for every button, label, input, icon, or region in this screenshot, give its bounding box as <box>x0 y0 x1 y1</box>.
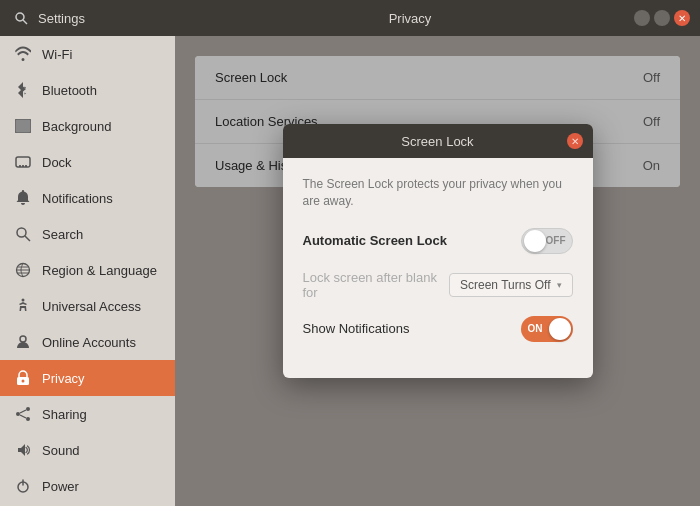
sidebar-item-sound[interactable]: Sound <box>0 432 175 468</box>
bluetooth-icon <box>14 81 32 99</box>
sidebar-item-label: Sound <box>42 443 80 458</box>
sidebar-item-label: Dock <box>42 155 72 170</box>
lock-after-row: Lock screen after blank for Screen Turns… <box>303 270 573 300</box>
dock-icon <box>14 153 32 171</box>
sidebar-item-label: Region & Language <box>42 263 157 278</box>
sidebar-item-label: Power <box>42 479 79 494</box>
sidebar-item-label: Notifications <box>42 191 113 206</box>
content-area: Screen Lock Off Location Services Off Us… <box>175 36 700 506</box>
sidebar-item-label: Universal Access <box>42 299 141 314</box>
svg-line-18 <box>20 410 26 413</box>
automatic-screen-lock-row: Automatic Screen Lock OFF <box>303 228 573 254</box>
sidebar-item-label: Online Accounts <box>42 335 136 350</box>
titlebar-controls: ✕ <box>630 10 690 26</box>
toggle-on-label: ON <box>528 323 543 334</box>
svg-line-9 <box>25 236 30 241</box>
lock-after-label: Lock screen after blank for <box>303 270 450 300</box>
chevron-down-icon: ▾ <box>557 280 562 290</box>
dialog-close-button[interactable]: ✕ <box>567 133 583 149</box>
sidebar-item-search[interactable]: Search <box>0 216 175 252</box>
svg-point-0 <box>16 13 24 21</box>
sidebar-item-privacy[interactable]: Privacy <box>0 360 175 396</box>
sidebar-item-universal[interactable]: Universal Access <box>0 288 175 324</box>
power-icon <box>14 477 32 495</box>
maximize-button[interactable] <box>654 10 670 26</box>
svg-point-11 <box>22 299 25 302</box>
dialog-titlebar: Screen Lock ✕ <box>283 124 593 158</box>
lock-after-dropdown[interactable]: Screen Turns Off ▾ <box>449 273 573 297</box>
titlebar-left: Settings <box>10 7 190 29</box>
dialog-title: Screen Lock <box>293 134 583 149</box>
main-layout: Wi-Fi Bluetooth Background Dock Notifica… <box>0 36 700 506</box>
sidebar-item-bluetooth[interactable]: Bluetooth <box>0 72 175 108</box>
notifications-icon <box>14 189 32 207</box>
sidebar-item-wifi[interactable]: Wi-Fi <box>0 36 175 72</box>
sidebar-item-label: Bluetooth <box>42 83 97 98</box>
svg-point-8 <box>17 228 26 237</box>
svg-point-17 <box>26 417 30 421</box>
svg-point-15 <box>26 407 30 411</box>
universal-access-icon <box>14 297 32 315</box>
online-accounts-icon <box>14 333 32 351</box>
sharing-icon <box>14 405 32 423</box>
sidebar-item-dock[interactable]: Dock <box>0 144 175 180</box>
titlebar-section-title: Privacy <box>190 11 630 26</box>
sidebar-item-label: Sharing <box>42 407 87 422</box>
svg-line-19 <box>20 415 26 418</box>
show-notifications-toggle[interactable]: ON <box>521 316 573 342</box>
privacy-icon <box>14 369 32 387</box>
toggle-off-label: OFF <box>546 235 566 246</box>
modal-overlay: Screen Lock ✕ The Screen Lock protects y… <box>175 36 700 506</box>
sound-icon <box>14 441 32 459</box>
toggle-off-knob <box>524 230 546 252</box>
wifi-icon <box>14 45 32 63</box>
close-button[interactable]: ✕ <box>674 10 690 26</box>
sidebar-item-label: Wi-Fi <box>42 47 72 62</box>
toggle-on-knob <box>549 318 571 340</box>
titlebar-app-title: Settings <box>38 11 85 26</box>
sidebar-item-sharing[interactable]: Sharing <box>0 396 175 432</box>
titlebar: Settings Privacy ✕ <box>0 0 700 36</box>
svg-rect-6 <box>22 165 24 167</box>
sidebar-item-region[interactable]: Region & Language <box>0 252 175 288</box>
dialog-body: The Screen Lock protects your privacy wh… <box>283 158 593 378</box>
sidebar-item-background[interactable]: Background <box>0 108 175 144</box>
dialog-description: The Screen Lock protects your privacy wh… <box>303 176 573 210</box>
svg-point-12 <box>20 336 26 342</box>
region-icon <box>14 261 32 279</box>
screen-lock-dialog: Screen Lock ✕ The Screen Lock protects y… <box>283 124 593 378</box>
sidebar-item-power[interactable]: Power <box>0 468 175 504</box>
show-notifications-row: Show Notifications ON <box>303 316 573 342</box>
svg-point-16 <box>16 412 20 416</box>
sidebar-item-label: Search <box>42 227 83 242</box>
svg-rect-5 <box>19 165 21 167</box>
automatic-screen-lock-toggle[interactable]: OFF <box>521 228 573 254</box>
sidebar-item-label: Background <box>42 119 111 134</box>
dialog-close-icon: ✕ <box>571 136 579 147</box>
svg-line-1 <box>23 20 27 24</box>
svg-rect-2 <box>15 119 31 133</box>
search-icon <box>14 225 32 243</box>
lock-after-value: Screen Turns Off <box>460 278 551 292</box>
search-icon-btn[interactable] <box>10 7 32 29</box>
svg-point-14 <box>22 380 25 383</box>
background-icon <box>14 117 32 135</box>
sidebar-item-online-accounts[interactable]: Online Accounts <box>0 324 175 360</box>
minimize-button[interactable] <box>634 10 650 26</box>
show-notifications-label: Show Notifications <box>303 321 521 336</box>
sidebar-item-notifications[interactable]: Notifications <box>0 180 175 216</box>
automatic-screen-lock-label: Automatic Screen Lock <box>303 233 521 248</box>
sidebar-item-label: Privacy <box>42 371 85 386</box>
svg-rect-7 <box>25 165 27 167</box>
sidebar: Wi-Fi Bluetooth Background Dock Notifica… <box>0 36 175 506</box>
